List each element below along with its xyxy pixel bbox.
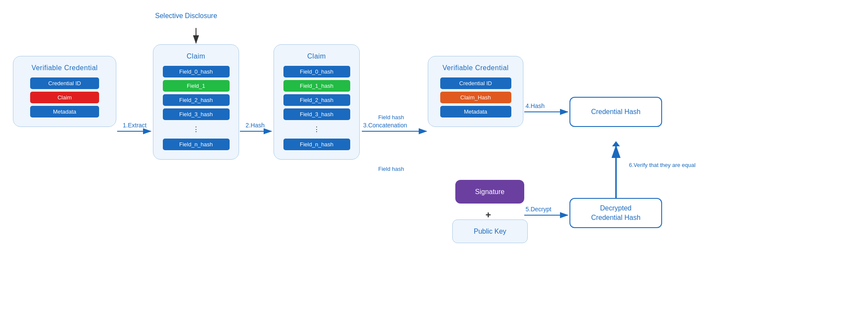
vc1-box: Verifiable Credential Credential ID Clai… xyxy=(13,56,116,127)
public-key-box: Public Key xyxy=(452,219,528,243)
svg-marker-12 xyxy=(612,141,620,146)
vc1-claim: Claim xyxy=(30,92,99,103)
step1-label: 1.Extract xyxy=(123,122,146,129)
vc1-title: Verifiable Credential xyxy=(31,64,98,72)
claim2-field2: Field_2_hash xyxy=(283,94,350,106)
diagram: Selective Disclosure 1.Extract 2.Hash 3.… xyxy=(0,0,868,315)
vc1-metadata: Metadata xyxy=(30,106,99,117)
claim2-field1: Field_1_hash xyxy=(283,80,350,92)
signature-label: Signature xyxy=(475,188,505,196)
claim1-title: Claim xyxy=(187,52,205,60)
claim1-field0: Field_0_hash xyxy=(163,66,230,77)
vc1-credential-id: Credential ID xyxy=(30,77,99,89)
public-key-label: Public Key xyxy=(474,228,507,235)
claim1-field1: Field_1 xyxy=(163,80,230,92)
claim2-fieldn: Field_n_hash xyxy=(283,139,350,150)
claim1-field2: Field_2_hash xyxy=(163,94,230,106)
field-hash-label-1: Field hash xyxy=(378,114,404,120)
step3-label: 3.Concatenation xyxy=(363,122,407,129)
claim2-field3: Field_3_hash xyxy=(283,108,350,120)
decrypted-credential-hash-box: Decrypted Credential Hash xyxy=(569,198,662,228)
field-hash-label-2: Field hash xyxy=(378,166,404,172)
claim2-dots: ⋮ xyxy=(283,123,350,136)
step6-label: 6.Verify that they are equal xyxy=(629,161,696,169)
arrows-svg xyxy=(0,0,868,315)
step5-label: 5.Decrypt xyxy=(526,206,551,213)
step2-label: 2.Hash xyxy=(246,122,264,129)
claim2-field0: Field_0_hash xyxy=(283,66,350,77)
vc2-metadata: Metadata xyxy=(440,106,511,117)
claim1-box: Claim Field_0_hash Field_1 Field_2_hash … xyxy=(153,44,239,160)
selective-disclosure-label: Selective Disclosure xyxy=(155,12,217,20)
vc2-title: Verifiable Credential xyxy=(442,64,509,72)
claim1-fieldn: Field_n_hash xyxy=(163,139,230,150)
decrypted-credential-hash-label: Decrypted Credential Hash xyxy=(591,204,641,223)
credential-hash-label: Credential Hash xyxy=(591,108,641,116)
claim2-box: Claim Field_0_hash Field_1_hash Field_2_… xyxy=(274,44,360,160)
vc2-box: Verifiable Credential Credential ID Clai… xyxy=(428,56,523,127)
claim2-title: Claim xyxy=(307,52,326,60)
vc2-credential-id: Credential ID xyxy=(440,77,511,89)
claim1-dots: ⋮ xyxy=(163,123,230,136)
claim1-field3: Field_3_hash xyxy=(163,108,230,120)
credential-hash-box: Credential Hash xyxy=(569,97,662,127)
signature-box: Signature xyxy=(455,180,524,204)
vc2-claim-hash: Claim_Hash xyxy=(440,92,511,103)
step4-label: 4.Hash xyxy=(526,102,544,109)
